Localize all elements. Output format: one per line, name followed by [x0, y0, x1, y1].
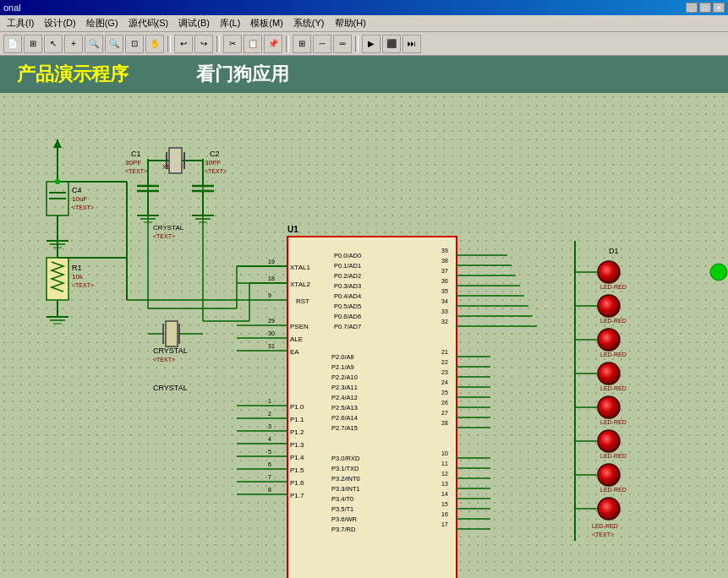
- schematic-svg: C4 10uF <TEXT> R1 10k <TEXT> C1 30PF: [0, 93, 728, 578]
- svg-point-188: [598, 363, 620, 384]
- svg-text:RST: RST: [296, 297, 309, 305]
- svg-text:24: 24: [441, 379, 448, 385]
- svg-text:P3.6/WR: P3.6/WR: [331, 515, 358, 523]
- svg-text:<TEXT>: <TEXT>: [592, 532, 614, 537]
- svg-text:P0.3/AD3: P0.3/AD3: [334, 282, 361, 290]
- tb-wire[interactable]: +: [64, 35, 83, 53]
- close-button[interactable]: ✕: [713, 3, 725, 13]
- svg-text:37: 37: [441, 268, 448, 274]
- svg-text:3: 3: [268, 423, 271, 429]
- svg-text:P0.5/AD5: P0.5/AD5: [334, 303, 361, 310]
- svg-text:36: 36: [441, 278, 448, 284]
- svg-text:D1: D1: [609, 247, 619, 255]
- svg-text:28: 28: [441, 420, 448, 426]
- svg-text:CRYSTAL: CRYSTAL: [153, 224, 184, 232]
- svg-text:P2.1/A9: P2.1/A9: [331, 363, 354, 371]
- svg-text:8: 8: [268, 487, 271, 493]
- maximize-button[interactable]: □: [699, 3, 711, 13]
- menu-source[interactable]: 源代码(S): [123, 16, 174, 30]
- svg-rect-221: [166, 321, 178, 346]
- tb-paste[interactable]: 📌: [264, 35, 282, 53]
- svg-text:P2.0/A8: P2.0/A8: [331, 353, 354, 361]
- svg-text:P0.4/AD4: P0.4/AD4: [334, 292, 361, 300]
- titlebar-text: onal: [3, 3, 21, 13]
- menu-help[interactable]: 帮助(H): [330, 16, 371, 30]
- svg-text:LED-RED: LED-RED: [600, 352, 627, 357]
- tb-redo[interactable]: ↪: [194, 35, 213, 53]
- svg-text:C4: C4: [72, 186, 82, 194]
- tb-new[interactable]: 📄: [3, 35, 22, 53]
- banner-title-right: 看门狗应用: [196, 62, 289, 87]
- svg-text:10uF: 10uF: [72, 195, 87, 203]
- svg-text:31: 31: [268, 343, 275, 349]
- svg-text:XTAL1: XTAL1: [290, 264, 310, 271]
- svg-text:21: 21: [441, 349, 448, 355]
- svg-text:P1.1: P1.1: [290, 416, 304, 423]
- svg-text:29: 29: [268, 318, 275, 324]
- tb-pan[interactable]: ✋: [145, 35, 164, 53]
- tb-bus[interactable]: ═: [333, 35, 352, 53]
- tb-comp[interactable]: ⊞: [293, 35, 311, 53]
- tb-zoom-out[interactable]: 🔍: [105, 35, 123, 53]
- svg-text:38: 38: [441, 258, 448, 264]
- menu-template[interactable]: 模板(M): [245, 16, 288, 30]
- svg-text:X1: X1: [162, 164, 170, 170]
- svg-text:19: 19: [268, 259, 275, 264]
- tb-run[interactable]: ▶: [362, 35, 380, 53]
- tb-copy[interactable]: 📋: [244, 35, 262, 53]
- tb-wire2[interactable]: ─: [313, 35, 331, 53]
- svg-point-182: [598, 261, 620, 283]
- tb-undo[interactable]: ↩: [174, 35, 193, 53]
- banner: 产品演示程序 看门狗应用: [0, 56, 728, 93]
- svg-text:XTAL2: XTAL2: [290, 281, 310, 288]
- svg-text:P1.5: P1.5: [290, 466, 304, 474]
- tb-step[interactable]: ⏭: [402, 35, 421, 53]
- svg-text:<TEXT>: <TEXT>: [72, 204, 94, 210]
- tb-cursor[interactable]: ↖: [44, 35, 63, 53]
- svg-text:LED-RED: LED-RED: [600, 318, 627, 324]
- menu-system[interactable]: 系统(Y): [288, 16, 330, 30]
- svg-text:P3.5/T1: P3.5/T1: [331, 505, 353, 513]
- tb-sep1: [167, 35, 171, 52]
- menu-tool[interactable]: 工具(I): [2, 16, 39, 30]
- svg-point-186: [598, 329, 620, 351]
- schematic-area[interactable]: 产品演示程序 看门狗应用 C4 10uF <TEXT>: [0, 56, 728, 578]
- svg-text:P3.1/TXD: P3.1/TXD: [331, 465, 359, 472]
- menu-lib[interactable]: 库(L): [215, 16, 245, 30]
- svg-text:18: 18: [268, 275, 275, 281]
- titlebar: onal _ □ ✕: [0, 0, 728, 15]
- svg-text:LED-RED: LED-RED: [600, 487, 627, 493]
- svg-text:1: 1: [268, 398, 271, 404]
- svg-text:16: 16: [441, 511, 448, 517]
- tb-cut[interactable]: ✂: [223, 35, 242, 53]
- menu-draw[interactable]: 绘图(G): [81, 16, 123, 30]
- svg-text:PSEN: PSEN: [290, 323, 309, 330]
- svg-text:P3.7/RD: P3.7/RD: [331, 526, 356, 533]
- tb-zoom-fit[interactable]: ⊡: [125, 35, 144, 53]
- minimize-button[interactable]: _: [686, 3, 698, 13]
- svg-text:LED-RED: LED-RED: [600, 284, 627, 290]
- svg-text:35: 35: [441, 288, 448, 294]
- svg-text:2: 2: [268, 411, 271, 417]
- svg-text:CRYSTAL: CRYSTAL: [153, 346, 188, 355]
- svg-marker-1: [53, 139, 62, 148]
- svg-text:<TEXT>: <TEXT>: [72, 282, 94, 288]
- titlebar-controls[interactable]: _ □ ✕: [686, 3, 725, 13]
- svg-text:P2.7/A15: P2.7/A15: [331, 424, 358, 432]
- menu-debug[interactable]: 调试(B): [173, 16, 215, 30]
- svg-text:30: 30: [268, 330, 275, 336]
- svg-text:LED-RED: LED-RED: [600, 453, 627, 459]
- svg-text:LED-RED: LED-RED: [600, 419, 627, 425]
- tb-grid[interactable]: ⊞: [24, 35, 42, 53]
- svg-text:30PF: 30PF: [205, 159, 221, 166]
- menu-design[interactable]: 设计(D): [39, 16, 80, 30]
- svg-text:7: 7: [268, 474, 271, 480]
- svg-point-184: [598, 295, 620, 317]
- svg-text:U1: U1: [287, 225, 298, 234]
- svg-text:<TEXT>: <TEXT>: [153, 233, 175, 239]
- tb-stop[interactable]: ⬛: [382, 35, 401, 53]
- svg-text:CRYSTAL: CRYSTAL: [153, 384, 188, 392]
- tb-zoom-in[interactable]: 🔍: [85, 35, 103, 53]
- banner-title-left: 产品演示程序: [17, 62, 129, 87]
- svg-text:11: 11: [441, 461, 448, 466]
